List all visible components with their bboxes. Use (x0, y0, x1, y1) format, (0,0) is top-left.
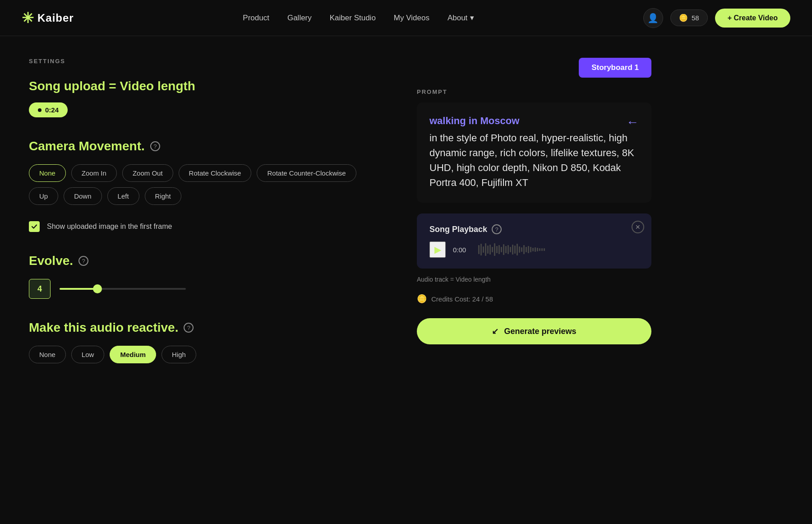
settings-label: SETTINGS (29, 58, 381, 65)
first-frame-label: Show uploaded image in the first frame (47, 223, 172, 231)
playback-card-header: Song Playback ? (429, 224, 639, 234)
credits-row: 🪙 Credits Cost: 24 / 58 (417, 294, 651, 304)
waveform-bar (521, 247, 522, 252)
audio-track-note: Audio track = Video length (417, 276, 651, 283)
evolve-help-icon[interactable]: ? (78, 256, 88, 266)
waveform-bar (494, 243, 495, 255)
logo-text: Kaiber (37, 12, 74, 24)
camera-right-btn[interactable]: Right (145, 187, 181, 205)
evolve-slider-thumb[interactable] (93, 284, 102, 293)
duration-dot (38, 108, 42, 112)
generate-previews-button[interactable]: ↙ Generate previews (417, 318, 651, 344)
audio-high-btn[interactable]: High (161, 346, 196, 363)
evolve-value: 4 (37, 284, 42, 294)
audio-reactive-header: Make this audio reactive. ? (29, 320, 381, 335)
duration-badge: 0:24 (29, 102, 68, 117)
waveform-bar (512, 245, 513, 255)
camera-zoom-out-btn[interactable]: Zoom Out (122, 164, 173, 182)
first-frame-checkbox[interactable] (29, 221, 40, 232)
evolve-title: Evolve. (29, 254, 73, 268)
waveform-bar (505, 246, 507, 253)
credits-coin-icon: 🪙 (679, 14, 688, 22)
duration-value: 0:24 (45, 106, 59, 114)
camera-rotate-clockwise-btn[interactable]: Rotate Clockwise (179, 164, 252, 182)
storyboard-header: Storyboard 1 (417, 58, 651, 78)
prompt-label: PROMPT (417, 88, 651, 95)
credits-label: Credits Cost: 24 / 58 (431, 295, 493, 303)
evolve-slider-track[interactable] (60, 288, 186, 290)
waveform-bar (496, 246, 498, 253)
waveform-bar (528, 246, 529, 253)
camera-up-btn[interactable]: Up (29, 187, 58, 205)
waveform-bar (544, 248, 545, 251)
generate-icon: ↙ (492, 326, 498, 336)
navigation: ✳ Kaiber Product Gallery Kaiber Studio M… (0, 0, 812, 36)
prompt-card: walking in Moscow in the style of Photo … (417, 102, 651, 203)
create-video-label: + Create Video (728, 14, 778, 22)
playback-card: Song Playback ? ▶ 0:00 (417, 213, 651, 269)
camera-zoom-in-btn[interactable]: Zoom In (71, 164, 117, 182)
playback-close-button[interactable]: ✕ (632, 221, 644, 233)
main-container: SETTINGS Song upload = Video length 0:24… (0, 36, 812, 524)
nav-product[interactable]: Product (243, 14, 269, 23)
waveform-bar (532, 248, 534, 251)
credits-count: 58 (692, 14, 699, 22)
camera-movement-title: Camera Movement. (29, 139, 145, 153)
chevron-down-icon: ▾ (470, 13, 474, 23)
generate-label: Generate previews (504, 327, 576, 336)
evolve-slider-row: 4 (29, 279, 381, 299)
waveform-bar (487, 246, 489, 254)
create-video-button[interactable]: + Create Video (715, 9, 790, 28)
audio-none-btn[interactable]: None (29, 346, 66, 363)
playback-title: Song Playback (429, 225, 487, 234)
waveform-bar (485, 243, 486, 256)
waveform (478, 242, 639, 257)
waveform-bar (541, 248, 543, 251)
camera-down-btn[interactable]: Down (64, 187, 102, 205)
waveform-bar (514, 246, 516, 254)
camera-movement-options: None Zoom In Zoom Out Rotate Clockwise R… (29, 164, 381, 205)
credits-button[interactable]: 🪙 58 (670, 9, 708, 26)
left-panel: SETTINGS Song upload = Video length 0:24… (29, 58, 381, 502)
camera-movement-help-icon[interactable]: ? (150, 141, 160, 151)
right-panel: Storyboard 1 PROMPT walking in Moscow in… (417, 58, 651, 502)
nav-links: Product Gallery Kaiber Studio My Videos … (243, 13, 474, 23)
nav-about[interactable]: About ▾ (448, 13, 474, 23)
user-icon: 👤 (647, 13, 659, 23)
camera-movement-header: Camera Movement. ? (29, 139, 381, 153)
waveform-bar (492, 247, 493, 253)
audio-reactive-title: Make this audio reactive. (29, 320, 178, 335)
credits-icon: 🪙 (417, 294, 427, 304)
waveform-bar (526, 247, 527, 253)
audio-low-btn[interactable]: Low (71, 346, 105, 363)
waveform-bar (523, 245, 525, 254)
waveform-bar (510, 247, 511, 253)
prompt-back-button[interactable]: ← (626, 115, 639, 130)
waveform-bar (480, 244, 482, 255)
camera-left-btn[interactable]: Left (107, 187, 139, 205)
evolve-slider-fill (60, 288, 97, 290)
waveform-bar (539, 248, 540, 251)
first-frame-checkbox-row: Show uploaded image in the first frame (29, 221, 381, 232)
nav-my-videos[interactable]: My Videos (394, 14, 429, 23)
waveform-bar (503, 244, 504, 255)
nav-kaiber-studio[interactable]: Kaiber Studio (330, 14, 376, 23)
prompt-body-text: in the style of Photo real, hyper-realis… (429, 130, 639, 190)
camera-rotate-counter-clockwise-btn[interactable]: Rotate Counter-Clockwise (257, 164, 356, 182)
waveform-bar (517, 244, 518, 255)
waveform-bar (489, 245, 491, 255)
storyboard-button[interactable]: Storyboard 1 (579, 58, 651, 78)
logo[interactable]: ✳ Kaiber (22, 9, 74, 27)
waveform-bar (508, 245, 509, 254)
play-button[interactable]: ▶ (429, 241, 446, 258)
user-avatar-button[interactable]: 👤 (643, 8, 663, 28)
playback-controls: ▶ 0:00 (429, 241, 639, 258)
evolve-header: Evolve. ? (29, 254, 381, 268)
nav-gallery[interactable]: Gallery (287, 14, 312, 23)
check-icon (31, 223, 37, 230)
playback-help-icon[interactable]: ? (492, 224, 502, 234)
waveform-bar (478, 245, 480, 254)
audio-reactive-help-icon[interactable]: ? (184, 323, 194, 333)
camera-none-btn[interactable]: None (29, 164, 66, 182)
audio-medium-btn[interactable]: Medium (110, 346, 156, 363)
